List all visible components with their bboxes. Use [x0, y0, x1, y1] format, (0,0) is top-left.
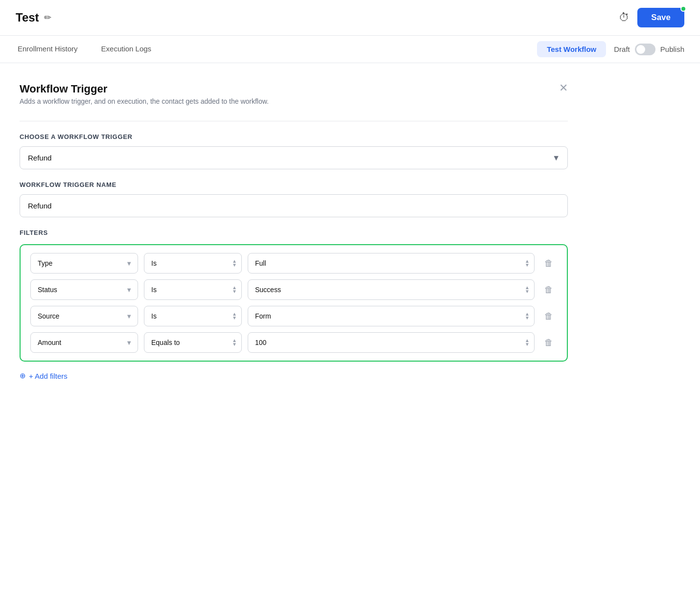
- main-content: Workflow Trigger ✕ Adds a workflow trigg…: [0, 63, 587, 400]
- filter-value-select[interactable]: Success: [248, 279, 535, 300]
- filters-label: FILTERS: [20, 229, 568, 236]
- publish-label: Publish: [660, 45, 684, 53]
- filters-box: Type ▼ Is ▲▼ Full ▲▼ 🗑 Stat: [20, 244, 568, 362]
- nav-right: Test Workflow Draft Publish: [537, 41, 684, 57]
- header-left: Test ✏: [16, 11, 51, 24]
- filter-col3-full: Full ▲▼: [248, 253, 535, 274]
- workflow-trigger-description: Adds a workflow trigger, and on executio…: [20, 97, 568, 105]
- filter-col3-success: Success ▲▼: [248, 279, 535, 300]
- filter-operator-select[interactable]: Equals to: [144, 332, 242, 353]
- filter-operator-select[interactable]: Is: [144, 279, 242, 300]
- header: Test ✏ ⏱ Save: [0, 0, 700, 36]
- filter-source-select[interactable]: Source: [30, 306, 138, 326]
- page-title: Test: [16, 11, 39, 24]
- filter-col3-form: Form ▲▼: [248, 306, 535, 326]
- choose-trigger-label: CHOOSE A WORKFLOW TRIGGER: [20, 133, 568, 140]
- delete-filter-button[interactable]: 🗑: [540, 307, 557, 325]
- plus-icon: ⊕: [20, 371, 26, 380]
- filter-row: Status ▼ Is ▲▼ Success ▲▼ 🗑: [30, 279, 557, 300]
- notification-dot: [680, 6, 686, 12]
- filter-col1-amount: Amount ▼: [30, 332, 138, 353]
- filter-col1-status: Status ▼: [30, 279, 138, 300]
- save-button[interactable]: Save: [637, 8, 684, 27]
- filter-col3-100: 100 ▲▼: [248, 332, 535, 353]
- filter-amount-select[interactable]: Amount: [30, 332, 138, 353]
- delete-filter-button[interactable]: 🗑: [540, 334, 557, 352]
- filter-row: Source ▼ Is ▲▼ Form ▲▼ 🗑: [30, 306, 557, 326]
- filter-value-select[interactable]: Full: [248, 253, 535, 274]
- filter-value-select[interactable]: Form: [248, 306, 535, 326]
- execution-logs-tab[interactable]: Execution Logs: [99, 36, 154, 63]
- filter-row: Amount ▼ Equals to ▲▼ 100 ▲▼ 🗑: [30, 332, 557, 353]
- filter-status-select[interactable]: Status: [30, 279, 138, 300]
- publish-toggle[interactable]: [635, 44, 655, 55]
- history-icon[interactable]: ⏱: [619, 11, 630, 24]
- trigger-name-input[interactable]: [20, 194, 568, 217]
- filter-col2-equals-to: Equals to ▲▼: [144, 332, 242, 353]
- filter-col1-type: Type ▼: [30, 253, 138, 274]
- delete-filter-button[interactable]: 🗑: [540, 254, 557, 273]
- filter-col2-is: Is ▲▼: [144, 253, 242, 274]
- draft-publish-toggle: Draft Publish: [614, 44, 684, 55]
- filter-row: Type ▼ Is ▲▼ Full ▲▼ 🗑: [30, 253, 557, 274]
- filter-col2-is: Is ▲▼: [144, 279, 242, 300]
- add-filters-label: + Add filters: [29, 372, 68, 380]
- filter-type-select[interactable]: Type: [30, 253, 138, 274]
- workflow-trigger-title: Workflow Trigger: [20, 83, 107, 95]
- edit-icon[interactable]: ✏: [44, 12, 51, 23]
- filter-col2-is: Is ▲▼: [144, 306, 242, 326]
- nav-bar: Enrollment History Execution Logs Test W…: [0, 36, 700, 63]
- test-workflow-button[interactable]: Test Workflow: [537, 41, 606, 57]
- divider: [20, 121, 568, 121]
- draft-label: Draft: [614, 45, 630, 53]
- filter-value-select[interactable]: 100: [248, 332, 535, 353]
- section-header: Workflow Trigger ✕: [20, 83, 568, 95]
- filter-operator-select[interactable]: Is: [144, 253, 242, 274]
- filter-operator-select[interactable]: Is: [144, 306, 242, 326]
- delete-filter-button[interactable]: 🗑: [540, 281, 557, 299]
- enrollment-history-tab[interactable]: Enrollment History: [16, 36, 80, 63]
- header-right: ⏱ Save: [619, 8, 684, 27]
- trigger-name-label: WORKFLOW TRIGGER NAME: [20, 181, 568, 188]
- trigger-select-wrapper: Refund ▼: [20, 146, 568, 169]
- add-filters-button[interactable]: ⊕ + Add filters: [20, 371, 68, 380]
- trigger-select[interactable]: Refund: [20, 146, 568, 169]
- filter-col1-source: Source ▼: [30, 306, 138, 326]
- close-button[interactable]: ✕: [559, 83, 568, 93]
